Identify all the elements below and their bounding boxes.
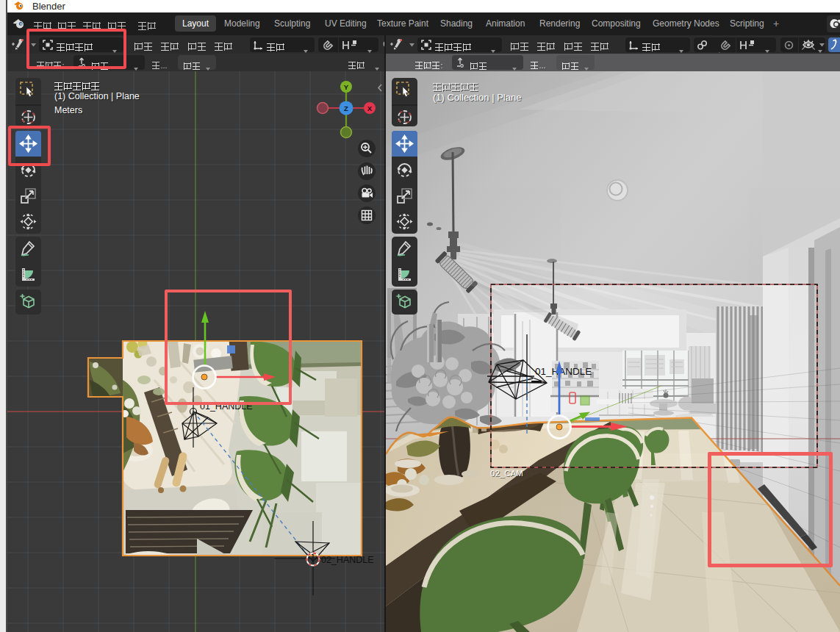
- svg-text:Z: Z: [344, 104, 348, 112]
- svg-text:X: X: [367, 104, 373, 112]
- svg-text:02_HANDLE: 02_HANDLE: [321, 555, 374, 565]
- svg-text:01_HANDLE: 01_HANDLE: [535, 366, 592, 377]
- svg-text:Y: Y: [344, 83, 349, 91]
